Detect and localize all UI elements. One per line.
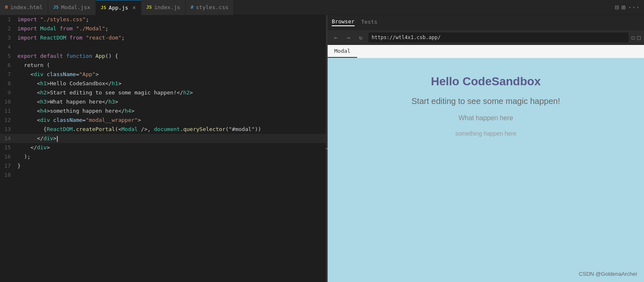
tab-bar-actions: ⊟ ⊞ ··· [611, 3, 644, 11]
browser-toolbar: ← → ↻ ◻ □ [328, 30, 644, 45]
csdn-credit: CSDN @GoldenaArcher [579, 271, 637, 277]
line-number-10: 10 [0, 97, 17, 106]
browser-content: Modal Hello CodeSandbox Start editing to… [328, 45, 644, 282]
js-icon-active: JS [101, 5, 106, 10]
page-h3: What happen here [458, 114, 513, 122]
modal-tab[interactable]: Modal [328, 45, 357, 58]
line-content-11: <h4>something happen here</h4> [17, 106, 135, 116]
html-icon: H [5, 5, 8, 10]
tab-index-js-label: index.js [154, 4, 181, 10]
js-icon-index: JS [146, 5, 152, 10]
table-row: 6 return ( [0, 61, 326, 70]
line-content-12: <div className="modal__wrapper"> [17, 116, 141, 125]
line-content-4 [17, 42, 21, 52]
tab-index-html[interactable]: H index.html [0, 0, 48, 15]
line-content-17: } [17, 161, 21, 171]
table-row: 8 <h1>Hello CodeSandbox</h1> [0, 79, 326, 88]
tab-styles-css-label: styles.css [196, 4, 228, 10]
editor-area: 1 import "./styles.css"; 2 import Modal … [0, 15, 326, 282]
css-icon: # [191, 5, 193, 10]
back-button[interactable]: ← [331, 32, 341, 42]
tab-modal-jsx-label: Modal.jsx [61, 4, 90, 10]
line-content-6: return ( [17, 61, 50, 70]
tab-styles-css[interactable]: # styles.css [186, 0, 234, 15]
browser-tab-bar: Browser Tests [328, 15, 644, 30]
table-row: 3 import ReactDOM from "react-dom"; [0, 33, 326, 42]
layout-icon[interactable]: ⊞ [621, 3, 625, 11]
table-row: 7 <div className="App"> [0, 70, 326, 79]
table-row: 16 ); [0, 152, 326, 161]
table-row: 11 <h4>something happen here</h4> [0, 106, 326, 116]
line-number-9: 9 [0, 88, 17, 97]
tab-index-js[interactable]: JS index.js [141, 0, 186, 15]
table-row: 10 <h3>What happen here</h3> [0, 97, 326, 106]
line-content-9: <h2>Start editing to see some magic happ… [17, 88, 193, 97]
split-editor-icon[interactable]: ⊟ [615, 3, 619, 11]
line-number-11: 11 [0, 106, 17, 116]
line-number-13: 13 [0, 125, 17, 134]
line-number-18: 18 [0, 171, 17, 180]
table-row: 15 </div> [0, 143, 326, 152]
line-content-3: import ReactDOM from "react-dom"; [17, 33, 125, 42]
table-row: 12 <div className="modal__wrapper"> [0, 116, 326, 125]
browser-page: Hello CodeSandbox Start editing to see s… [328, 58, 644, 153]
line-number-1: 1 [0, 15, 17, 24]
table-row: 13 {ReactDOM.createPortal(<Modal />, doc… [0, 125, 326, 134]
line-content-16: ); [17, 152, 30, 161]
refresh-button[interactable]: ↻ [356, 32, 366, 42]
tab-bar: H index.html JS Modal.jsx JS App.js × JS… [0, 0, 644, 15]
browser-action-icons: ◻ □ [631, 34, 641, 41]
more-icon[interactable]: ··· [628, 3, 640, 11]
modal-tab-bar: Modal [328, 45, 644, 58]
tab-tests[interactable]: Tests [361, 19, 377, 26]
expand-icon[interactable]: □ [637, 34, 641, 41]
page-h2: Start editing to see some magic happen! [411, 96, 560, 106]
page-h1: Hello CodeSandbox [431, 75, 541, 88]
close-icon[interactable]: × [132, 4, 136, 11]
url-input[interactable] [368, 32, 629, 42]
line-content-5: export default function App() { [17, 52, 118, 61]
line-number-8: 8 [0, 79, 17, 88]
table-row: 14 </div> [0, 134, 326, 143]
line-content-8: <h1>Hello CodeSandbox</h1> [17, 79, 121, 88]
line-number-17: 17 [0, 161, 17, 171]
tab-browser[interactable]: Browser [332, 18, 355, 26]
table-row: 1 import "./styles.css"; [0, 15, 326, 24]
line-number-2: 2 [0, 24, 17, 33]
jsx-icon: JS [53, 5, 59, 10]
line-content-1: import "./styles.css"; [17, 15, 89, 24]
line-content-18 [17, 171, 21, 180]
table-row: 17 } [0, 161, 326, 171]
table-row: 18 [0, 171, 326, 180]
main-content: 1 import "./styles.css"; 2 import Modal … [0, 15, 644, 282]
code-editor: 1 import "./styles.css"; 2 import Modal … [0, 15, 326, 282]
line-content-14: </div> [17, 134, 58, 143]
table-row: 5 export default function App() { [0, 52, 326, 61]
tab-index-html-label: index.html [10, 4, 43, 10]
line-content-13: {ReactDOM.createPortal(<Modal />, docume… [17, 125, 261, 134]
page-h4: something happen here [455, 130, 516, 137]
open-in-new-icon[interactable]: ◻ [631, 34, 634, 41]
line-number-3: 3 [0, 33, 17, 42]
forward-button[interactable]: → [343, 32, 353, 42]
line-number-6: 6 [0, 61, 17, 70]
line-content-15: </div> [17, 143, 50, 152]
line-number-5: 5 [0, 52, 17, 61]
tab-app-js[interactable]: JS App.js × [96, 0, 142, 15]
browser-panel: Browser Tests ← → ↻ ◻ □ Modal Hello Code… [328, 15, 644, 282]
tab-modal-jsx[interactable]: JS Modal.jsx [48, 0, 96, 15]
line-number-15: 15 [0, 143, 17, 152]
line-number-4: 4 [0, 42, 17, 52]
tab-app-js-label: App.js [109, 5, 128, 11]
table-row: 2 import Modal from "./Modal"; [0, 24, 326, 33]
line-content-7: <div className="App"> [17, 70, 99, 79]
line-number-14: 14 [0, 134, 17, 143]
line-content-2: import Modal from "./Modal"; [17, 24, 108, 33]
line-number-7: 7 [0, 70, 17, 79]
line-number-12: 12 [0, 116, 17, 125]
table-row: 4 [0, 42, 326, 52]
line-number-16: 16 [0, 152, 17, 161]
table-row: 9 <h2>Start editing to see some magic ha… [0, 88, 326, 97]
line-content-10: <h3>What happen here</h3> [17, 97, 118, 106]
